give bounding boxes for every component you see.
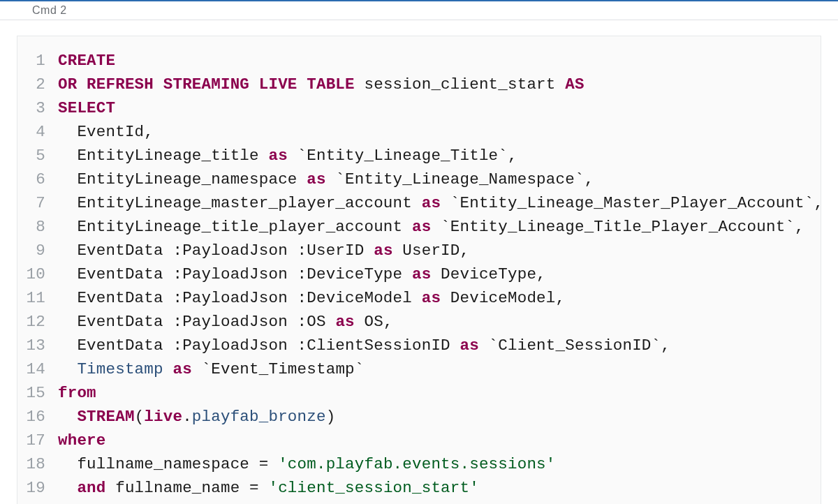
token-attr: Timestamp	[77, 360, 163, 378]
line-content[interactable]: EventData :PayloadJson :UserID as UserID…	[58, 239, 469, 262]
token-id: `Entity_Lineage_Master_Player_Account`,	[441, 194, 823, 212]
code-line[interactable]: 1CREATE	[17, 49, 821, 73]
line-content[interactable]: fullname_namespace = 'com.playfab.events…	[58, 452, 556, 476]
token-id: UserID,	[393, 242, 470, 260]
code-line[interactable]: 19 and fullname_name = 'client_session_s…	[17, 476, 821, 500]
code-line[interactable]: 15from	[17, 381, 821, 405]
line-content[interactable]: EventData :PayloadJson :DeviceModel as D…	[58, 286, 565, 310]
code-line[interactable]: 17where	[17, 429, 821, 452]
code-line[interactable]: 7 EntityLineage_master_player_account as…	[17, 191, 821, 215]
line-number: 18	[17, 452, 58, 476]
line-content[interactable]: EventData :PayloadJson :DeviceType as De…	[58, 262, 546, 286]
line-content[interactable]: EntityLineage_title_player_account as `E…	[58, 215, 804, 239]
token-id: .	[182, 408, 192, 426]
token-kw: as	[422, 194, 441, 212]
line-content[interactable]: EntityLineage_master_player_account as `…	[58, 191, 823, 215]
token-kw: STREAM	[77, 408, 134, 426]
line-number: 8	[17, 215, 58, 239]
line-content[interactable]: STREAM(live.playfab_bronze)	[58, 405, 335, 429]
cell-body: 1CREATE2OR REFRESH STREAMING LIVE TABLE …	[17, 36, 821, 504]
code-line[interactable]: 5 EntityLineage_title as `Entity_Lineage…	[17, 144, 821, 168]
token-id: `Entity_Lineage_Title_Player_Account`,	[431, 218, 804, 236]
token-kw: as	[422, 289, 441, 307]
line-content[interactable]: from	[58, 381, 96, 405]
token-kw: as	[412, 265, 431, 283]
token-kw: where	[58, 431, 106, 450]
code-line[interactable]: 3SELECT	[17, 96, 821, 120]
code-line[interactable]: 6 EntityLineage_namespace as `Entity_Lin…	[17, 168, 821, 191]
code-line[interactable]: 9 EventData :PayloadJson :UserID as User…	[17, 239, 821, 262]
line-content[interactable]: where	[58, 429, 106, 452]
token-str: 'client_session_start'	[268, 479, 478, 497]
token-id: EntityLineage_master_player_account	[58, 194, 422, 212]
line-content[interactable]: SELECT	[58, 96, 115, 120]
token-attr: playfab_bronze	[192, 408, 326, 426]
token-kw: OR REFRESH STREAMING LIVE TABLE	[58, 75, 355, 94]
line-number: 2	[17, 73, 58, 96]
token-id: `Client_SessionID`,	[479, 336, 670, 355]
token-kw: as	[307, 170, 325, 188]
line-number: 7	[17, 191, 58, 215]
token-kw: as	[268, 147, 287, 165]
token-id: EntityLineage_title_player_account	[58, 218, 412, 236]
line-content[interactable]: Timestamp as `Event_Timestamp`	[58, 357, 364, 381]
token-id: OS,	[355, 313, 393, 331]
token-kw: AS	[565, 75, 584, 94]
line-number: 5	[17, 144, 58, 168]
code-line[interactable]: 4 EventId,	[17, 120, 821, 144]
token-id: EventData :PayloadJson :ClientSessionID	[58, 336, 460, 355]
line-number: 19	[17, 476, 58, 500]
token-kw: and	[77, 479, 105, 497]
token-kw: CREATE	[58, 52, 115, 70]
token-id	[163, 360, 173, 378]
line-content[interactable]: EventId,	[58, 120, 154, 144]
code-line[interactable]: 18 fullname_namespace = 'com.playfab.eve…	[17, 452, 821, 476]
token-kw: live	[144, 408, 182, 426]
line-number: 1	[17, 49, 58, 73]
token-id: EventData :PayloadJson :OS	[58, 313, 335, 331]
line-content[interactable]: EventData :PayloadJson :ClientSessionID …	[58, 334, 670, 357]
code-line[interactable]: 12 EventData :PayloadJson :OS as OS,	[17, 310, 821, 334]
code-line[interactable]: 13 EventData :PayloadJson :ClientSession…	[17, 334, 821, 357]
code-line[interactable]: 14 Timestamp as `Event_Timestamp`	[17, 357, 821, 381]
line-number: 13	[17, 334, 58, 357]
line-content[interactable]: EntityLineage_title as `Entity_Lineage_T…	[58, 144, 517, 168]
token-id: EventData :PayloadJson :UserID	[58, 242, 374, 260]
line-number: 16	[17, 405, 58, 429]
token-id	[58, 408, 77, 426]
line-number: 10	[17, 262, 58, 286]
code-editor[interactable]: 1CREATE2OR REFRESH STREAMING LIVE TABLE …	[17, 49, 821, 500]
token-kw: as	[412, 218, 431, 236]
cell-header-label: Cmd 2	[32, 4, 67, 16]
line-content[interactable]: EntityLineage_namespace as `Entity_Linea…	[58, 168, 594, 191]
token-id: session_client_start	[355, 75, 565, 94]
line-number: 9	[17, 239, 58, 262]
token-id: `Entity_Lineage_Namespace`,	[326, 170, 594, 188]
code-line[interactable]: 11 EventData :PayloadJson :DeviceModel a…	[17, 286, 821, 310]
cell-header[interactable]: Cmd 2	[0, 0, 838, 20]
code-line[interactable]: 2OR REFRESH STREAMING LIVE TABLE session…	[17, 73, 821, 96]
line-number: 4	[17, 120, 58, 144]
code-line[interactable]: 8 EntityLineage_title_player_account as …	[17, 215, 821, 239]
token-id: `Entity_Lineage_Title`,	[288, 147, 517, 165]
code-line[interactable]: 16 STREAM(live.playfab_bronze)	[17, 405, 821, 429]
token-id	[58, 479, 77, 497]
line-number: 12	[17, 310, 58, 334]
token-id: (	[135, 408, 145, 426]
token-str: 'com.playfab.events.sessions'	[278, 455, 555, 473]
line-content[interactable]: EventData :PayloadJson :OS as OS,	[58, 310, 393, 334]
line-content[interactable]: OR REFRESH STREAMING LIVE TABLE session_…	[58, 73, 585, 96]
token-kw: SELECT	[58, 99, 115, 117]
line-content[interactable]: CREATE	[58, 49, 115, 73]
token-id: EntityLineage_title	[58, 147, 268, 165]
line-number: 3	[17, 96, 58, 120]
line-content[interactable]: and fullname_name = 'client_session_star…	[58, 476, 479, 500]
token-kw: from	[58, 384, 96, 402]
token-kw: as	[172, 360, 191, 378]
token-id: `Event_Timestamp`	[192, 360, 365, 378]
code-line[interactable]: 10 EventData :PayloadJson :DeviceType as…	[17, 262, 821, 286]
token-kw: as	[374, 242, 392, 260]
line-number: 17	[17, 429, 58, 452]
token-id: EventData :PayloadJson :DeviceModel	[58, 289, 422, 307]
line-number: 6	[17, 168, 58, 191]
